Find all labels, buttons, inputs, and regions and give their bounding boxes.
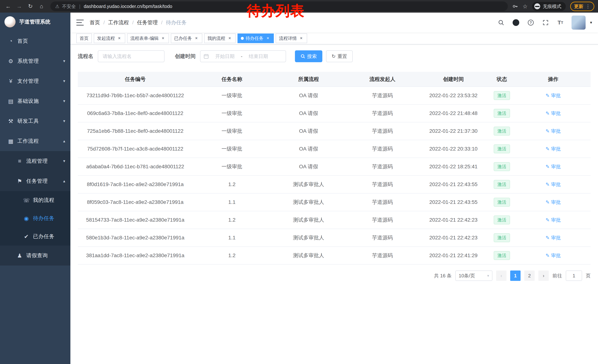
close-icon[interactable]: × — [265, 36, 270, 41]
approve-link[interactable]: ✎ 审批 — [546, 128, 561, 134]
search-button[interactable]: 搜索 — [295, 50, 322, 62]
fullscreen-icon[interactable] — [542, 19, 549, 26]
cell-status: 激活 — [488, 140, 515, 158]
cell-initiator: 芋道源码 — [346, 122, 419, 140]
cell-task-id: 381aa1dd-7ac8-11ec-a9e2-a2380e71991a — [78, 247, 193, 264]
sidebar-item-todo-tasks[interactable]: ◉ 待办任务 — [0, 209, 70, 227]
page-size-select[interactable]: 10条/页 ▾ — [455, 270, 492, 281]
warning-icon: ⚠ — [55, 4, 59, 9]
browser-back-button[interactable]: ← — [4, 2, 13, 11]
cell-status: 激活 — [488, 105, 515, 122]
close-icon[interactable]: × — [299, 36, 304, 41]
sidebar-item-done-tasks[interactable]: ✔ 已办任务 — [0, 227, 70, 245]
page-button[interactable]: 2 — [524, 270, 535, 281]
approve-link[interactable]: ✎ 审批 — [546, 199, 561, 205]
help-icon[interactable]: ? — [527, 19, 534, 26]
sidebar-item-dev-tools[interactable]: ⚒ 研发工具 — [0, 111, 70, 131]
approve-link[interactable]: ✎ 审批 — [546, 146, 561, 152]
browser-forward-button[interactable]: → — [15, 2, 24, 11]
start-date-input[interactable] — [210, 54, 239, 59]
approve-link[interactable]: ✎ 审批 — [546, 217, 561, 223]
user-avatar[interactable] — [572, 16, 586, 30]
cell-initiator: 芋道源码 — [346, 158, 419, 176]
devtools-icon: ⚒ — [8, 118, 14, 124]
sidebar-item-home[interactable]: ◔ 首页 — [0, 31, 70, 51]
font-size-icon[interactable]: TT — [557, 19, 564, 26]
tab-my-processes[interactable]: 我的流程 × — [204, 33, 236, 43]
date-separator: - — [241, 54, 242, 59]
active-dot — [241, 37, 244, 40]
close-icon[interactable]: × — [227, 36, 232, 41]
browser-menu-icon[interactable]: ⋮ — [586, 4, 590, 9]
cell-created-time: 2022-01-22 21:37:30 — [419, 122, 488, 140]
cell-task-name: 一级审批 — [193, 87, 271, 105]
breadcrumb-link[interactable]: 任务管理 — [137, 19, 158, 26]
tab-done-tasks[interactable]: 已办任务 × — [171, 33, 202, 43]
approve-link[interactable]: ✎ 审批 — [546, 252, 561, 259]
approve-link[interactable]: ✎ 审批 — [546, 235, 561, 241]
breadcrumb-link[interactable]: 待办任务 — [166, 19, 187, 26]
password-key-icon[interactable] — [512, 3, 518, 9]
annotation-overlay: 待办列表 — [247, 1, 305, 21]
sidebar-item-label: 基础设施 — [17, 97, 39, 105]
status-badge: 激活 — [494, 162, 510, 171]
table-row: 8f0d1619-7ac8-11ec-a9e2-a2380e71991a 1.2… — [78, 176, 590, 193]
sidebar-toggle-icon[interactable] — [76, 20, 84, 25]
tab-label: 首页 — [80, 35, 89, 41]
chevron-icon — [63, 119, 65, 123]
approve-link[interactable]: ✎ 审批 — [546, 110, 561, 117]
tab-todo-tasks[interactable]: 待办任务 × — [238, 33, 274, 43]
close-icon[interactable]: × — [160, 36, 166, 41]
tab-process-detail[interactable]: 流程详情 × — [276, 33, 307, 43]
end-date-input[interactable] — [244, 54, 273, 59]
page-button[interactable]: 1 — [510, 270, 521, 281]
approve-link[interactable]: ✎ 审批 — [546, 92, 561, 99]
sidebar-item-workflow[interactable]: ▦ 工作流程 — [0, 131, 70, 151]
cell-action: ✎ 审批 — [516, 229, 590, 247]
bookmark-star-icon[interactable]: ☆ — [523, 3, 528, 10]
approve-link[interactable]: ✎ 审批 — [546, 181, 561, 188]
next-page-button[interactable]: › — [538, 270, 549, 281]
tab-initiate-process[interactable]: 发起流程 × — [94, 33, 125, 43]
sidebar-item-task-management[interactable]: ⚑ 任务管理 — [0, 171, 70, 191]
reset-button[interactable]: ↻ 重置 — [326, 50, 353, 62]
date-range-picker[interactable]: - — [200, 50, 286, 62]
github-icon[interactable] — [512, 19, 520, 26]
cell-process: 测试多审批人 — [271, 247, 346, 264]
goto-page-input[interactable] — [566, 270, 582, 281]
sidebar-item-system-management[interactable]: ⚙ 系统管理 — [0, 51, 70, 71]
tab-home[interactable]: 首页 — [76, 33, 92, 43]
process-name-input[interactable] — [98, 50, 165, 62]
close-icon[interactable]: × — [117, 36, 122, 41]
cell-task-id: 725a1eb6-7b88-11ec-8ef0-acde48001122 — [78, 122, 193, 140]
sidebar-item-leave-query[interactable]: ♟ 请假查询 — [0, 245, 70, 266]
cell-task-name: 一级审批 — [193, 105, 271, 122]
cell-process: 测试多审批人 — [271, 193, 346, 211]
sidebar-item-payment-management[interactable]: ¥ 支付管理 — [0, 71, 70, 91]
column-header: 所属流程 — [271, 72, 346, 87]
breadcrumb-link[interactable]: 工作流程 — [108, 19, 129, 26]
sidebar-menu: ◔ 首页 ⚙ 系统管理 ¥ 支付管理 ▤ 基 — [0, 31, 70, 266]
browser-reload-button[interactable]: ↻ — [26, 2, 35, 11]
close-icon[interactable]: × — [194, 36, 199, 41]
cell-initiator: 芋道源码 — [346, 140, 419, 158]
calendar-icon — [203, 54, 209, 59]
approve-link[interactable]: ✎ 审批 — [546, 163, 561, 170]
task-table: 任务编号任务名称所属流程流程发起人创建时间状态操作 73211d9d-7b9b-… — [78, 72, 590, 265]
table-header-row: 任务编号任务名称所属流程流程发起人创建时间状态操作 — [78, 72, 590, 87]
search-icon[interactable] — [498, 19, 505, 26]
incognito-label: 无痕模式 — [543, 3, 561, 9]
user-menu-caret-icon[interactable]: ▾ — [590, 20, 592, 25]
chevron-icon — [63, 99, 65, 104]
sidebar-item-process-management[interactable]: ≡ 流程管理 — [0, 151, 70, 171]
sidebar-item-infrastructure[interactable]: ▤ 基础设施 — [0, 91, 70, 111]
breadcrumb-link[interactable]: 首页 — [90, 19, 100, 26]
tab-process-form-edit[interactable]: 流程表单-编辑 × — [127, 33, 169, 43]
chevron-icon — [63, 79, 65, 83]
prev-page-button[interactable]: ‹ — [496, 270, 507, 281]
browser-home-button[interactable]: ⌂ — [37, 2, 46, 11]
browser-update-button[interactable]: 更新 ⋮ — [570, 2, 594, 11]
cell-task-name: 一级审批 — [193, 158, 271, 176]
edit-icon: ✎ — [546, 235, 550, 241]
sidebar-item-my-processes[interactable]: ☏ 我的流程 — [0, 191, 70, 209]
